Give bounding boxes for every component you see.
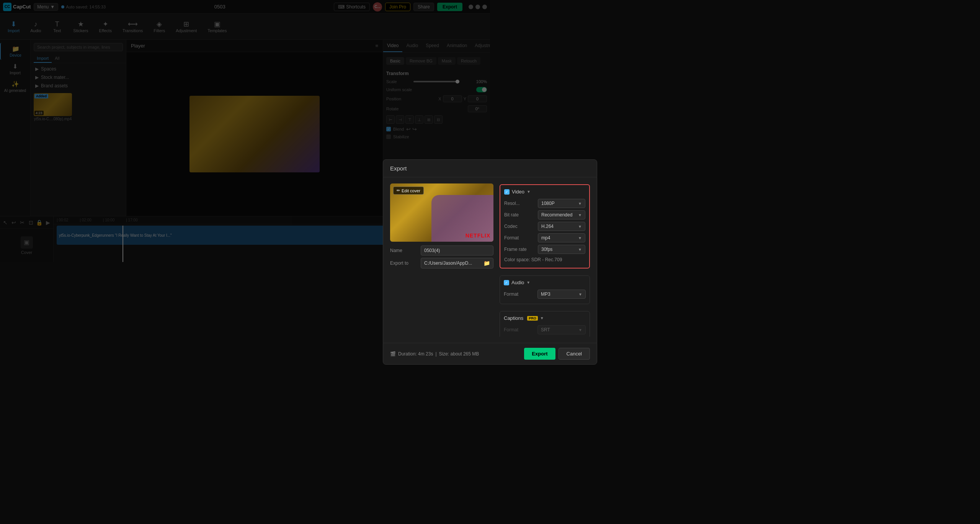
netflix-badge: NETFLIX [466,233,490,239]
edit-cover-button[interactable]: ✏ Edit cover [393,187,424,195]
name-input[interactable] [421,246,490,255]
name-field-row: Name [390,246,490,255]
modal-body: ✏ Edit cover NETFLIX Name Export to [383,177,490,262]
preview-section: ✏ Edit cover NETFLIX Name Export to [390,183,490,262]
export-modal: Export ✏ Edit cover NETFLIX Name [383,159,490,262]
export-path-field[interactable]: C:/Users/Jason/AppD... 📁 [421,258,490,262]
name-row: Name Export to C:/Users/Jason/AppD... 📁 [390,246,490,262]
folder-icon: 📁 [483,260,490,262]
pencil-icon: ✏ [397,188,400,193]
export-to-label: Export to [390,260,418,262]
name-label: Name [390,248,418,253]
export-to-row: Export to C:/Users/Jason/AppD... 📁 [390,258,490,262]
modal-header: Export [383,160,490,177]
modal-overlay: Export ✏ Edit cover NETFLIX Name [0,0,490,262]
preview-thumbnail: ✏ Edit cover NETFLIX [390,183,490,242]
